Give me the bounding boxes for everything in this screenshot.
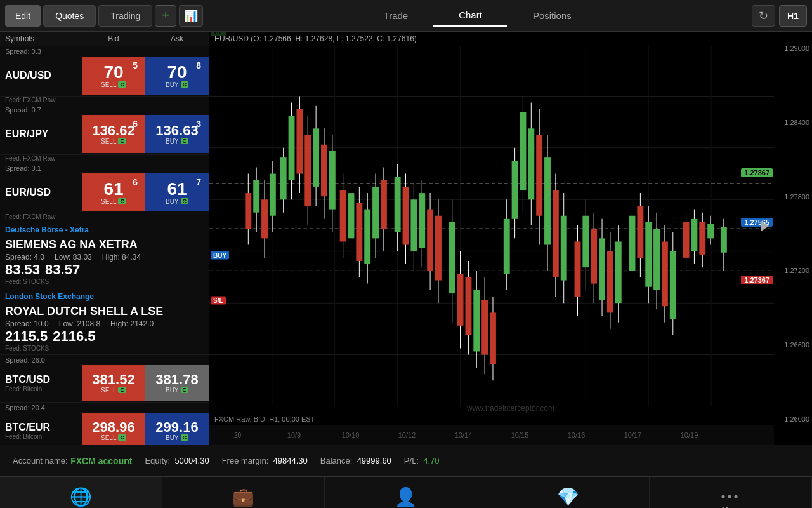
audusd-row: AUD/USD 5 70 SELL C 8 70 BUY C xyxy=(0,55,209,97)
svg-rect-101 xyxy=(607,251,613,313)
svg-rect-57 xyxy=(410,199,417,251)
pl-item: P/L: 4.70 xyxy=(404,456,440,465)
svg-rect-55 xyxy=(403,187,409,245)
audusd-buy-button[interactable]: 8 70 BUY C xyxy=(145,57,209,95)
rdsa-spread: Spread: 10.0 xyxy=(5,319,49,328)
balance-item: Balance: 49999.60 xyxy=(320,456,391,465)
btcusd-spread: Spread: 26.0 xyxy=(0,355,209,364)
svg-rect-87 xyxy=(544,157,551,244)
buy-order-label[interactable]: BUY xyxy=(211,251,229,259)
balance-value: 49999.60 xyxy=(357,456,391,465)
svg-rect-51 xyxy=(381,180,387,229)
rdsa-details: Spread: 10.0 Low: 2108.8 High: 2142.0 xyxy=(5,319,204,328)
svg-rect-77 xyxy=(504,219,510,274)
audusd-name: AUD/USD xyxy=(0,70,82,81)
account-name: FXCM account xyxy=(70,456,132,466)
more-nav-label: More xyxy=(722,505,739,508)
sl-label[interactable]: S/L xyxy=(211,297,226,305)
eurjpy-name: EUR/JPY xyxy=(0,128,82,140)
svg-rect-107 xyxy=(637,206,643,257)
svg-rect-23 xyxy=(261,199,268,238)
equity-value: 50004.30 xyxy=(174,456,209,465)
time-oct16: 10/16 xyxy=(548,431,605,439)
add-button[interactable]: + xyxy=(155,5,176,27)
portfolio-icon: 💼 xyxy=(232,486,254,507)
quotes-icon: 🌐 xyxy=(70,486,92,507)
bottom-navigation: 🌐 Quotes 💼 Portfolio 👤 Brokers 💎 Binary … xyxy=(0,476,812,508)
nav-quotes[interactable]: 🌐 Quotes xyxy=(0,477,162,508)
btcusd-buy-button[interactable]: 381.78 BUY C xyxy=(145,365,209,401)
brokers-icon: 👤 xyxy=(395,486,417,507)
svg-rect-71 xyxy=(473,290,480,352)
chart-footer-label: FXCM Raw, BID, H1, 00:00 EST xyxy=(209,414,812,424)
time-axis: 20 10/9 10/10 10/12 10/14 10/15 10/16 10… xyxy=(209,425,774,444)
eurjpy-row: EUR/JPY 6 136.62 SELL C 3 136.63 BUY C xyxy=(0,114,209,155)
rdsa-feed: Feed: STOCKS xyxy=(5,345,204,352)
timeframe-badge[interactable]: H1 xyxy=(779,5,807,27)
svg-rect-21 xyxy=(253,180,259,213)
eurusd-spread: Spread: 0.1 xyxy=(0,163,209,172)
btcusd-sell-button[interactable]: 381.52 SELL C xyxy=(82,365,145,401)
nav-more[interactable]: ••• More xyxy=(650,477,812,508)
price-level-3: 1.27800 xyxy=(776,193,809,201)
time-20: 20 xyxy=(209,432,266,439)
nav-brokers[interactable]: 👤 Brokers xyxy=(325,477,487,508)
svg-rect-35 xyxy=(313,128,319,187)
svg-rect-65 xyxy=(449,222,455,293)
btceur-buy-button[interactable]: 299.16 BUY C xyxy=(145,413,209,444)
trade-tab[interactable]: Trade xyxy=(358,5,434,26)
chart-area[interactable]: EUR/USD (O: 1.27566, H: 1.27628, L: 1.27… xyxy=(209,32,812,444)
quotes-tab[interactable]: Quotes xyxy=(43,5,96,27)
edit-button[interactable]: Edit xyxy=(5,5,41,27)
svg-rect-93 xyxy=(575,241,581,297)
svg-rect-85 xyxy=(536,135,542,216)
nav-portfolio[interactable]: 💼 Portfolio xyxy=(162,477,325,508)
trading-tab[interactable]: Trading xyxy=(98,5,152,27)
svg-rect-123 xyxy=(707,224,714,238)
chart-tab[interactable]: Chart xyxy=(433,4,508,27)
siemens-name: SIEMENS AG NA XETRA xyxy=(5,238,204,251)
svg-rect-47 xyxy=(364,210,370,265)
audusd-feed: Feed: FXCM Raw xyxy=(0,97,209,105)
chart-cursor xyxy=(761,221,769,231)
svg-rect-31 xyxy=(296,109,303,174)
eurusd-sell-button[interactable]: 6 61 SELL C xyxy=(82,173,145,211)
account-label: Account name: xyxy=(13,456,68,465)
rdsa-name: ROYAL DUTCH SHELL A LSE xyxy=(5,305,204,318)
rdsa-row: ROYAL DUTCH SHELL A LSE Spread: 10.0 Low… xyxy=(0,302,209,355)
siemens-feed: Feed: STOCKS xyxy=(5,278,204,285)
svg-rect-97 xyxy=(591,229,597,284)
eurjpy-spread: Spread: 0.7 xyxy=(0,105,209,114)
svg-rect-117 xyxy=(683,222,690,258)
time-oct17: 10/17 xyxy=(605,431,661,439)
svg-rect-103 xyxy=(615,241,622,303)
rdsa-high: High: 2142.0 xyxy=(110,319,154,328)
refresh-button[interactable]: ↻ xyxy=(752,5,775,27)
main-content: Symbols Bid Ask Spread: 0.3 AUD/USD 5 70… xyxy=(0,32,812,444)
svg-rect-81 xyxy=(520,112,527,190)
audusd-sell-button[interactable]: 5 70 SELL C xyxy=(82,57,145,95)
chart-icon-btn[interactable]: 📊 xyxy=(179,5,203,27)
svg-rect-125 xyxy=(721,227,727,253)
tp-price-badge: 1.27867 xyxy=(741,168,773,177)
siemens-ask: 83.57 xyxy=(45,262,80,278)
svg-rect-99 xyxy=(599,238,605,300)
svg-rect-27 xyxy=(280,157,287,199)
top-bar: Edit Quotes Trading + 📊 Trade Chart Posi… xyxy=(0,0,812,32)
btceur-sell-button[interactable]: 298.96 SELL C xyxy=(82,413,145,444)
eurjpy-sell-button[interactable]: 6 136.62 SELL C xyxy=(82,115,145,153)
eurjpy-feed: Feed: FXCM Raw xyxy=(0,155,209,163)
siemens-row: SIEMENS AG NA XETRA Spread: 4.0 Low: 83.… xyxy=(0,236,209,288)
eurusd-buy-button[interactable]: 7 61 BUY C xyxy=(145,173,209,211)
left-panel: Symbols Bid Ask Spread: 0.3 AUD/USD 5 70… xyxy=(0,32,209,444)
chart-footer-text: FXCM Raw, BID, H1, 00:00 EST xyxy=(214,415,315,423)
eurjpy-buy-button[interactable]: 3 136.63 BUY C xyxy=(145,115,209,153)
siemens-high: High: 84.34 xyxy=(102,253,141,262)
rdsa-ask: 2116.5 xyxy=(53,328,95,345)
positions-tab[interactable]: Positions xyxy=(508,5,597,26)
svg-rect-75 xyxy=(490,312,496,364)
time-oct14: 10/14 xyxy=(435,431,492,439)
column-headers: Symbols Bid Ask xyxy=(0,32,209,46)
nav-binary[interactable]: 💎 Binary xyxy=(487,477,650,508)
siemens-bid: 83.53 xyxy=(5,262,40,278)
